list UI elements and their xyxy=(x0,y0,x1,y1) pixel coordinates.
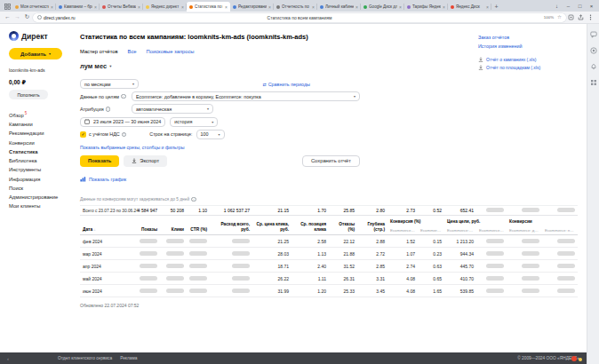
browser-tab[interactable]: Отчеты Вебмаст× xyxy=(100,2,143,12)
subcolumn-ecommerce-purchase[interactable]: Ecommerce: по... xyxy=(476,226,507,235)
sidebar-item-library[interactable]: Библиотека xyxy=(9,158,59,164)
site-security-icon[interactable] xyxy=(37,15,42,20)
goals-select[interactable]: Ecommerce: добавление в корзину, Ecommer… xyxy=(132,91,360,101)
column-group-conversions[interactable]: Конверсии xyxy=(507,216,578,226)
column-header-date[interactable]: Дата ↓ xyxy=(80,216,124,235)
browser-tab[interactable]: Отчетность по× xyxy=(274,2,317,12)
topup-button[interactable]: Пополнить xyxy=(9,90,48,99)
browser-tab[interactable]: Моя отчетность× xyxy=(12,2,56,12)
maximize-button[interactable]: □ xyxy=(574,4,586,9)
alice-icon[interactable] xyxy=(590,47,597,54)
vat-checkbox[interactable]: ✓ xyxy=(80,131,86,138)
tab-close-icon[interactable]: × xyxy=(181,4,184,10)
column-group-conversion-rate[interactable]: Конверсия (%) xyxy=(387,216,444,226)
footer-link-support[interactable]: Отдел клиентского сервиса xyxy=(58,356,112,360)
campaigns-xls-link[interactable]: Отчёт о кампаниях (.xls) xyxy=(478,57,579,62)
browser-tab[interactable]: Тарифы Яндекс× xyxy=(404,2,448,12)
column-header-depth[interactable]: Глубина (стр.) xyxy=(357,216,387,235)
tab-close-icon[interactable]: × xyxy=(268,4,271,10)
tab-close-icon[interactable]: × xyxy=(443,4,445,10)
chats-icon[interactable] xyxy=(590,31,597,38)
export-button[interactable]: Экспорт xyxy=(124,155,167,167)
forward-button[interactable]: → xyxy=(13,14,21,20)
column-header-cost[interactable]: Расход всего, руб. xyxy=(210,216,252,235)
tab-close-icon[interactable]: × xyxy=(399,4,402,10)
subcolumn-ecommerce-purchase[interactable]: Ecommerce: по... xyxy=(418,226,444,235)
browser-tab[interactable]: Кампании – брок× xyxy=(56,2,100,12)
column-header-impressions[interactable]: Показы xyxy=(124,216,160,235)
order-reports-link[interactable]: Заказ отчётов xyxy=(478,35,579,40)
refresh-button[interactable]: ↻ xyxy=(23,14,31,20)
tab-close-icon[interactable]: × xyxy=(486,4,489,10)
sidebar-item-administration[interactable]: Администрирование xyxy=(9,194,59,201)
extensions-icon[interactable] xyxy=(568,14,576,20)
notifications-icon[interactable] xyxy=(590,63,597,70)
subcolumn-ecommerce-cart[interactable]: Ecommerce: до... xyxy=(387,226,418,235)
column-header-ctr[interactable]: CTR (%) xyxy=(187,216,210,235)
menu-icon[interactable] xyxy=(587,14,595,20)
sidebar-item-tools[interactable]: Инструменты xyxy=(9,167,59,173)
tab-search-queries[interactable]: Поисковые запросы xyxy=(147,49,195,54)
downloads-icon[interactable]: ↓ xyxy=(551,4,563,9)
grouping-select[interactable]: по месяцам ▾ xyxy=(80,79,139,89)
date-preset-select[interactable]: история ▾ xyxy=(170,117,218,127)
omnibox[interactable]: direct.yandex.ru Статистика по всем камп… xyxy=(33,13,566,22)
direct-logo[interactable]: Директ xyxy=(9,31,69,41)
value-cell: 2.40 xyxy=(292,260,329,273)
tab-close-icon[interactable]: × xyxy=(355,4,358,10)
subcolumn-ecommerce-cart[interactable]: Ecommerce: до... xyxy=(444,226,476,235)
browser-tab[interactable]: Личный кабинет× xyxy=(317,2,361,12)
tab-report-wizard[interactable]: Мастер отчётов xyxy=(80,49,118,54)
minimize-button[interactable]: – xyxy=(563,4,574,9)
add-button[interactable]: Добавить ▾ xyxy=(9,48,62,59)
tab-close-icon[interactable]: × xyxy=(51,4,53,10)
close-button[interactable]: × xyxy=(586,4,597,9)
tab-close-icon[interactable]: × xyxy=(225,4,228,10)
saved-report-selector[interactable]: лум мес ▾ xyxy=(80,62,111,70)
sidebar-item-statistics[interactable]: Статистика xyxy=(9,149,59,155)
tab-all[interactable]: Все xyxy=(128,49,137,54)
sidebar-item-recommendations[interactable]: Рекомендации xyxy=(9,131,59,137)
sidebar-item-information[interactable]: Информация xyxy=(9,177,59,183)
tab-close-icon[interactable]: × xyxy=(138,4,140,10)
browser-tab-active[interactable]: Статистика по вс× xyxy=(187,2,230,12)
bookmark-star-icon[interactable]: ☆ xyxy=(557,15,562,20)
column-header-clicks[interactable]: Клики xyxy=(160,216,187,235)
tab-close-icon[interactable]: × xyxy=(312,4,315,10)
show-button[interactable]: Показать xyxy=(80,155,119,167)
browser-tab[interactable]: Редактирование× xyxy=(230,2,274,12)
compare-periods-link[interactable]: ⇄ Сравнить периоды xyxy=(262,82,310,87)
sidebar-item-conversions[interactable]: Конверсии xyxy=(9,140,59,146)
browser-tab[interactable]: Яндекс Диск× xyxy=(448,2,491,12)
services-grid-icon[interactable] xyxy=(590,79,597,86)
column-header-avg-position[interactable]: Ср. позиция клика xyxy=(292,216,329,235)
sidebar-item-my-clients[interactable]: Мои клиенты xyxy=(9,203,59,210)
sidebar-item-overview[interactable]: Обзор5 xyxy=(9,111,59,119)
change-history-link[interactable]: История изменений xyxy=(478,44,579,49)
new-tab-button[interactable]: + xyxy=(491,2,501,12)
column-header-bounces[interactable]: Отказы (%) xyxy=(329,216,357,235)
save-report-button[interactable]: Сохранить отчёт xyxy=(302,155,360,167)
column-header-avg-cpc[interactable]: Ср. цена клика, руб. xyxy=(252,216,292,235)
sidebar-item-search[interactable]: Поиск xyxy=(9,186,59,192)
footer-link-ads[interactable]: Реклама xyxy=(120,356,137,360)
share-icon[interactable] xyxy=(578,14,586,20)
date-range-picker[interactable]: 23 июля 2023 — 30 июня 2024 xyxy=(80,117,165,127)
chat-widget[interactable] xyxy=(571,356,582,361)
sidebar-item-campaigns[interactable]: Кампании xyxy=(9,122,59,128)
subcolumn-ecommerce-cart[interactable]: Ecommerce: до... xyxy=(507,226,542,235)
tab-panel-icon[interactable] xyxy=(2,2,12,12)
attribution-select[interactable]: автоматическая ▾ xyxy=(132,104,213,114)
column-group-goal-cost[interactable]: Цена цели, руб. xyxy=(444,216,507,226)
show-chart-link[interactable]: Показать график xyxy=(80,177,126,182)
placements-xls-link[interactable]: Отчёт по площадкам (.xls) xyxy=(478,65,579,70)
back-button[interactable]: ← xyxy=(4,14,12,20)
summary-label: Всего с 23.07.23 по 30.06.24 xyxy=(80,206,124,216)
browser-tab[interactable]: Google Диск для× xyxy=(361,2,404,12)
show-selection-link[interactable]: Показать выбранные срезы, столбцы и филь… xyxy=(80,145,184,150)
tab-close-icon[interactable]: × xyxy=(94,4,97,10)
rows-per-page-select[interactable]: 100 ▾ xyxy=(196,130,225,139)
collapse-sidebar-icon[interactable]: ‹ xyxy=(7,356,9,361)
subcolumn-ecommerce-purchase[interactable]: Ecommerce: по... xyxy=(542,226,578,235)
browser-tab[interactable]: Яндекс директ дл× xyxy=(143,2,187,12)
